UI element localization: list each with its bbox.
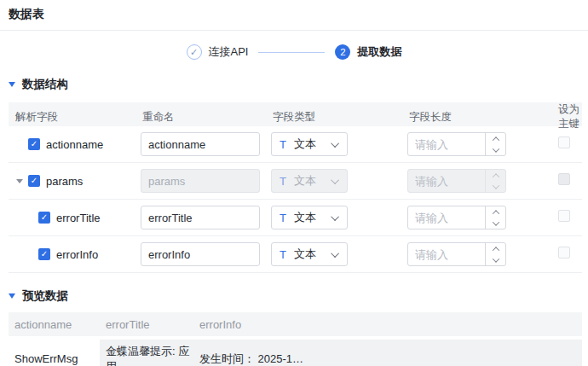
spinner-down-icon[interactable] (486, 144, 505, 155)
field-row-errortitle: ✓ errorTitle T 文本 (9, 200, 582, 236)
spinner-up-icon[interactable] (486, 133, 505, 144)
field-type-select: T 文本 (271, 169, 348, 193)
primary-key-checkbox[interactable] (558, 210, 570, 222)
preview-section-header[interactable]: 预览数据 (0, 288, 588, 304)
field-row-errorinfo: ✓ errorInfo T 文本 (9, 236, 582, 273)
step-complete-check-icon: ✓ (187, 44, 202, 60)
chevron-down-icon (331, 176, 339, 184)
field-length-input (408, 170, 485, 192)
page-header: 数据表 (0, 0, 588, 31)
field-length-input[interactable] (408, 243, 485, 265)
column-header-field: 解析字段 (9, 110, 141, 125)
preview-table-row[interactable]: ShowErrMsg 金蝶温馨提示: 应用… 发生时间： 2025-1… (9, 340, 582, 366)
field-type-value: 文本 (294, 173, 316, 189)
field-name: errorTitle (56, 212, 101, 224)
rename-input[interactable] (141, 132, 260, 156)
field-checkbox[interactable]: ✓ (28, 175, 40, 187)
chevron-down-icon (331, 249, 339, 258)
field-type-select[interactable]: T 文本 (271, 206, 348, 229)
field-row-params: ✓ params T 文本 (9, 163, 582, 200)
rename-input[interactable] (141, 206, 260, 229)
preview-column-errorinfo: errorInfo (193, 318, 582, 331)
field-name: errorInfo (56, 248, 98, 261)
spinner-down-icon (486, 181, 505, 192)
field-length-input-group (407, 169, 506, 193)
field-length-input[interactable] (408, 206, 485, 229)
column-header-rename: 重命名 (141, 110, 271, 125)
spinner-up-icon[interactable] (486, 243, 505, 254)
structure-table-header: 解析字段 重命名 字段类型 字段长度 设为主键 (9, 102, 582, 126)
field-checkbox[interactable]: ✓ (28, 138, 40, 150)
column-header-primary-key: 设为主键 (535, 102, 582, 131)
spinner-up-icon[interactable] (486, 206, 505, 218)
field-name: actionname (46, 138, 103, 151)
preview-table: actionname errorTitle errorInfo ShowErrM… (9, 312, 582, 366)
field-length-input-group (407, 242, 506, 266)
preview-table-header: actionname errorTitle errorInfo (9, 312, 582, 336)
primary-key-checkbox (558, 173, 570, 185)
text-type-icon: T (280, 138, 286, 151)
field-checkbox[interactable]: ✓ (38, 248, 50, 260)
field-length-input-group (407, 206, 506, 229)
step-connect-api[interactable]: ✓ 连接API (187, 44, 249, 60)
field-type-value: 文本 (294, 137, 316, 152)
field-row-actionname: ✓ actionname T 文本 (9, 126, 582, 163)
chevron-down-icon (331, 139, 339, 148)
field-type-value: 文本 (294, 210, 316, 225)
field-length-input-group (407, 132, 506, 156)
structure-section-header[interactable]: 数据结构 (0, 77, 588, 92)
preview-column-errortitle: errorTitle (100, 318, 193, 331)
step-label: 连接API (209, 44, 249, 60)
field-length-input[interactable] (408, 133, 485, 155)
rename-input (141, 169, 260, 193)
rename-input[interactable] (141, 242, 260, 266)
preview-section-title: 预览数据 (22, 288, 68, 304)
structure-section-title: 数据结构 (22, 77, 68, 92)
page-title: 数据表 (9, 7, 579, 22)
caret-down-icon[interactable] (16, 179, 23, 183)
text-type-icon: T (280, 248, 286, 261)
field-checkbox[interactable]: ✓ (38, 212, 50, 224)
spinner-up-icon (486, 170, 505, 181)
step-connector-line (258, 52, 325, 53)
caret-down-icon (9, 82, 15, 87)
preview-column-actionname: actionname (9, 318, 100, 331)
preview-cell-actionname: ShowErrMsg (9, 340, 100, 366)
field-type-select[interactable]: T 文本 (271, 242, 348, 266)
column-header-length: 字段长度 (407, 110, 535, 125)
caret-down-icon (9, 293, 15, 299)
primary-key-checkbox[interactable] (558, 247, 570, 259)
field-type-select[interactable]: T 文本 (271, 132, 348, 156)
step-label: 提取数据 (357, 44, 401, 60)
text-type-icon: T (280, 212, 286, 224)
step-number-badge: 2 (335, 44, 350, 60)
stepper: ✓ 连接API 2 提取数据 (0, 31, 588, 73)
structure-table: 解析字段 重命名 字段类型 字段长度 设为主键 ✓ actionname T 文… (9, 102, 582, 273)
preview-cell-errorinfo: 发生时间： 2025-1… (193, 340, 582, 366)
text-type-icon: T (280, 175, 286, 188)
preview-cell-errortitle: 金蝶温馨提示: 应用… (100, 340, 193, 366)
field-type-value: 文本 (294, 247, 316, 262)
field-name: params (46, 175, 83, 188)
step-extract-data[interactable]: 2 提取数据 (335, 44, 401, 60)
column-header-type: 字段类型 (271, 110, 407, 125)
spinner-down-icon[interactable] (486, 254, 505, 265)
spinner-down-icon[interactable] (486, 218, 505, 229)
primary-key-checkbox[interactable] (558, 137, 570, 148)
chevron-down-icon (331, 212, 339, 221)
